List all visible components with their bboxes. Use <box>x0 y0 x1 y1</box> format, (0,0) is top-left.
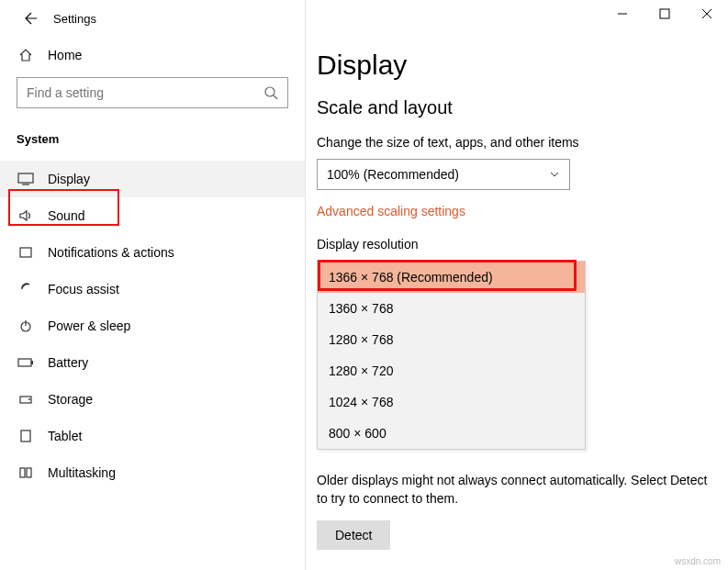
storage-icon <box>17 392 35 407</box>
scale-combo[interactable]: 100% (Recommended) <box>317 159 570 190</box>
display-icon <box>17 173 35 185</box>
nav-sound[interactable]: Sound <box>0 197 305 234</box>
sound-icon <box>17 208 35 223</box>
section-label: System <box>0 125 305 161</box>
svg-rect-7 <box>18 359 31 366</box>
svg-point-0 <box>265 87 274 96</box>
home-label: Home <box>48 48 82 62</box>
scale-layout-heading: Scale and layout <box>317 97 713 118</box>
battery-icon <box>17 357 35 368</box>
minimize-button[interactable] <box>601 0 644 28</box>
back-button[interactable] <box>17 4 46 33</box>
page-title: Display <box>317 50 713 81</box>
maximize-button[interactable] <box>644 0 686 28</box>
nav-focus[interactable]: Focus assist <box>0 271 305 307</box>
scale-value: 100% (Recommended) <box>327 167 459 182</box>
window-title: Settings <box>53 12 96 26</box>
resolution-option[interactable]: 1360 × 768 <box>318 293 585 324</box>
svg-rect-2 <box>18 173 33 183</box>
svg-rect-11 <box>21 430 30 441</box>
nav-label: Storage <box>48 392 93 407</box>
svg-rect-13 <box>27 468 31 477</box>
chevron-down-icon <box>549 169 560 180</box>
home-icon <box>17 48 35 62</box>
power-icon <box>17 319 35 333</box>
nav-label: Sound <box>48 208 84 223</box>
multitasking-icon <box>17 465 35 480</box>
focus-icon <box>17 282 35 296</box>
nav-label: Focus assist <box>48 282 119 296</box>
notifications-icon <box>17 245 35 260</box>
svg-rect-8 <box>31 361 33 364</box>
nav-storage[interactable]: Storage <box>0 381 305 418</box>
search-input[interactable] <box>27 85 263 100</box>
minimize-icon <box>617 8 628 19</box>
nav-power[interactable]: Power & sleep <box>0 307 305 344</box>
svg-rect-4 <box>20 248 31 257</box>
nav-label: Multitasking <box>48 465 116 480</box>
nav-multitasking[interactable]: Multitasking <box>0 454 305 491</box>
home-nav[interactable]: Home <box>0 37 305 73</box>
maximize-icon <box>659 8 670 19</box>
resolution-option[interactable]: 1024 × 768 <box>318 386 585 418</box>
nav-label: Notifications & actions <box>48 245 174 260</box>
nav-tablet[interactable]: Tablet <box>0 418 305 454</box>
resolution-option[interactable]: 1280 × 768 <box>318 324 585 355</box>
detect-button[interactable]: Detect <box>317 520 390 550</box>
resolution-dropdown[interactable]: 1366 × 768 (Recommended) 1360 × 768 1280… <box>317 261 586 450</box>
svg-rect-12 <box>20 468 25 477</box>
nav-notifications[interactable]: Notifications & actions <box>0 234 305 271</box>
watermark: wsxdn.com <box>675 556 721 566</box>
svg-line-1 <box>274 95 277 99</box>
nav-label: Tablet <box>48 429 82 443</box>
detect-help-text: Older displays might not always connect … <box>317 472 713 508</box>
search-icon <box>263 85 278 100</box>
tablet-icon <box>17 429 35 443</box>
close-button[interactable] <box>686 0 728 28</box>
close-icon <box>701 8 712 19</box>
nav-battery[interactable]: Battery <box>0 344 305 381</box>
resolution-option[interactable]: 800 × 600 <box>318 418 585 449</box>
resolution-option[interactable]: 1366 × 768 (Recommended) <box>318 262 585 293</box>
svg-rect-15 <box>660 9 669 18</box>
resolution-option[interactable]: 1280 × 720 <box>318 355 585 386</box>
arrow-left-icon <box>24 11 39 26</box>
advanced-scaling-link[interactable]: Advanced scaling settings <box>317 204 465 218</box>
svg-point-10 <box>28 398 30 400</box>
scale-label: Change the size of text, apps, and other… <box>317 135 713 150</box>
nav-label: Battery <box>48 355 88 370</box>
nav-label: Power & sleep <box>48 319 130 333</box>
nav-label: Display <box>48 172 90 186</box>
resolution-label: Display resolution <box>317 237 713 251</box>
nav-display[interactable]: Display <box>0 161 305 197</box>
search-box[interactable] <box>17 77 288 108</box>
